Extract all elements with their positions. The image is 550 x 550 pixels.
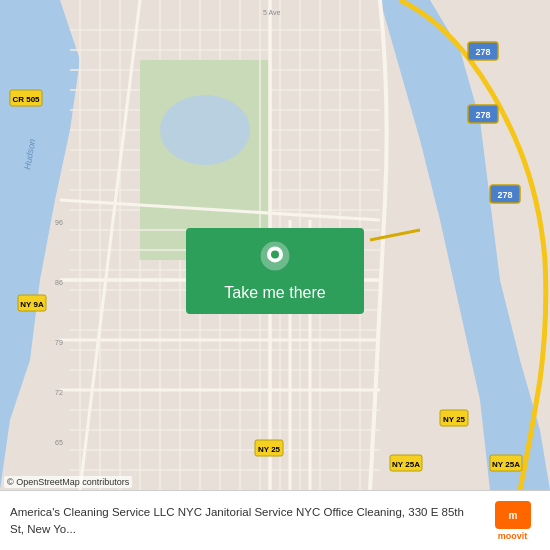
moovit-icon: m (495, 501, 531, 529)
take-me-there-label: Take me there (224, 284, 325, 302)
map-container: 278 278 278 NY 25 NY 25 NY 25A NY 25A NY… (0, 0, 550, 490)
svg-text:NY 25A: NY 25A (392, 460, 420, 469)
moovit-logo: m moovit (485, 501, 540, 541)
svg-text:278: 278 (497, 190, 512, 200)
svg-text:m: m (508, 510, 517, 521)
svg-text:72: 72 (55, 389, 63, 396)
svg-text:278: 278 (475, 47, 490, 57)
svg-text:5 Ave: 5 Ave (263, 9, 280, 16)
svg-text:65: 65 (55, 439, 63, 446)
location-info-text: America's Cleaning Service LLC NYC Janit… (10, 504, 477, 536)
svg-text:NY 25: NY 25 (443, 415, 466, 424)
svg-text:278: 278 (475, 110, 490, 120)
svg-text:79: 79 (55, 339, 63, 346)
svg-text:NY 25A: NY 25A (492, 460, 520, 469)
svg-text:96: 96 (55, 219, 63, 226)
svg-text:86: 86 (55, 279, 63, 286)
moovit-text: moovit (498, 531, 528, 541)
svg-point-4 (160, 95, 250, 165)
svg-text:NY 9A: NY 9A (20, 300, 44, 309)
take-me-there-button[interactable]: Take me there (186, 228, 364, 314)
info-bar: America's Cleaning Service LLC NYC Janit… (0, 490, 550, 550)
svg-point-92 (271, 250, 279, 258)
svg-text:NY 25: NY 25 (258, 445, 281, 454)
svg-text:CR 505: CR 505 (12, 95, 40, 104)
map-attribution: © OpenStreetMap contributors (4, 476, 132, 488)
